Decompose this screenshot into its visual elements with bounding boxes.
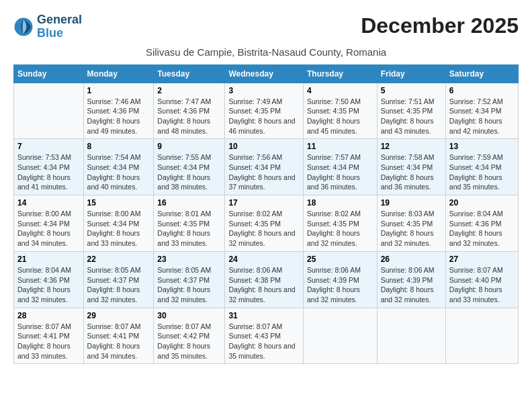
calendar-cell: 12 Sunrise: 7:58 AM Sunset: 4:34 PM Dayl… (377, 139, 445, 195)
day-info: Sunrise: 7:50 AM Sunset: 4:35 PM Dayligh… (307, 97, 373, 136)
day-number: 24 (228, 255, 300, 264)
daylight-hours: Daylight: 8 hours and 32 minutes. (87, 285, 140, 304)
calendar-week-row: 14 Sunrise: 8:00 AM Sunset: 4:34 PM Dayl… (14, 195, 519, 252)
day-info: Sunrise: 8:07 AM Sunset: 4:43 PM Dayligh… (228, 322, 300, 361)
sunset-time: Sunset: 4:34 PM (381, 163, 433, 171)
day-info: Sunrise: 7:56 AM Sunset: 4:34 PM Dayligh… (228, 152, 300, 192)
calendar-cell: 22 Sunrise: 8:05 AM Sunset: 4:37 PM Dayl… (83, 251, 154, 308)
col-sunday: Sunday (14, 64, 84, 83)
col-friday: Friday (377, 64, 445, 83)
sunrise-time: Sunrise: 7:52 AM (449, 97, 503, 105)
calendar-week-row: 21 Sunrise: 8:04 AM Sunset: 4:36 PM Dayl… (14, 251, 519, 308)
sunrise-time: Sunrise: 7:50 AM (307, 97, 361, 105)
calendar-cell: 3 Sunrise: 7:49 AM Sunset: 4:35 PM Dayli… (225, 83, 304, 139)
day-info: Sunrise: 8:02 AM Sunset: 4:35 PM Dayligh… (228, 209, 300, 248)
sunrise-time: Sunrise: 7:53 AM (17, 153, 71, 161)
calendar-cell: 21 Sunrise: 8:04 AM Sunset: 4:36 PM Dayl… (14, 251, 84, 308)
calendar-cell: 24 Sunrise: 8:06 AM Sunset: 4:38 PM Dayl… (225, 251, 304, 308)
calendar-cell: 10 Sunrise: 7:56 AM Sunset: 4:34 PM Dayl… (225, 139, 304, 195)
day-info: Sunrise: 7:49 AM Sunset: 4:35 PM Dayligh… (228, 97, 300, 136)
day-info: Sunrise: 8:01 AM Sunset: 4:35 PM Dayligh… (157, 209, 221, 248)
day-number: 8 (87, 142, 150, 151)
sunset-time: Sunset: 4:34 PM (449, 107, 502, 115)
logo: General Blue (13, 13, 82, 40)
day-info: Sunrise: 8:07 AM Sunset: 4:41 PM Dayligh… (17, 322, 80, 361)
day-number: 15 (87, 198, 150, 208)
calendar-cell: 6 Sunrise: 7:52 AM Sunset: 4:34 PM Dayli… (445, 83, 518, 139)
sunset-time: Sunset: 4:35 PM (381, 220, 433, 228)
sunrise-time: Sunrise: 8:06 AM (307, 266, 361, 274)
sunrise-time: Sunrise: 8:07 AM (17, 322, 71, 330)
sunset-time: Sunset: 4:35 PM (228, 107, 281, 115)
day-info: Sunrise: 8:04 AM Sunset: 4:36 PM Dayligh… (17, 265, 80, 305)
day-number: 2 (157, 86, 221, 95)
calendar-cell: 27 Sunrise: 8:07 AM Sunset: 4:40 PM Dayl… (445, 251, 518, 308)
daylight-hours: Daylight: 8 hours and 33 minutes. (157, 229, 210, 247)
day-info: Sunrise: 7:59 AM Sunset: 4:34 PM Dayligh… (449, 152, 515, 192)
day-number: 12 (381, 142, 442, 151)
sunset-time: Sunset: 4:35 PM (307, 107, 359, 115)
day-info: Sunrise: 7:46 AM Sunset: 4:36 PM Dayligh… (87, 97, 150, 136)
calendar-cell: 9 Sunrise: 7:55 AM Sunset: 4:34 PM Dayli… (154, 139, 225, 195)
sunrise-time: Sunrise: 7:49 AM (228, 97, 282, 105)
day-number: 22 (87, 255, 150, 264)
day-info: Sunrise: 8:06 AM Sunset: 4:39 PM Dayligh… (307, 265, 373, 305)
daylight-hours: Daylight: 8 hours and 49 minutes. (87, 117, 140, 135)
daylight-hours: Daylight: 8 hours and 41 minutes. (17, 173, 71, 191)
day-number: 26 (381, 255, 442, 264)
calendar-cell (377, 308, 445, 364)
calendar-cell (14, 83, 84, 139)
sunrise-time: Sunrise: 7:57 AM (307, 153, 361, 161)
daylight-hours: Daylight: 8 hours and 37 minutes. (228, 173, 295, 191)
day-number: 9 (157, 142, 221, 151)
sunrise-time: Sunrise: 7:56 AM (228, 153, 282, 161)
col-monday: Monday (83, 64, 154, 83)
daylight-hours: Daylight: 8 hours and 48 minutes. (157, 117, 210, 135)
sunset-time: Sunset: 4:36 PM (449, 220, 502, 228)
day-info: Sunrise: 7:55 AM Sunset: 4:34 PM Dayligh… (157, 152, 221, 192)
daylight-hours: Daylight: 8 hours and 38 minutes. (157, 173, 210, 191)
sunrise-time: Sunrise: 8:04 AM (449, 210, 503, 218)
day-info: Sunrise: 8:06 AM Sunset: 4:39 PM Dayligh… (381, 265, 442, 305)
col-tuesday: Tuesday (154, 64, 225, 83)
day-info: Sunrise: 8:07 AM Sunset: 4:42 PM Dayligh… (157, 322, 221, 361)
day-info: Sunrise: 8:07 AM Sunset: 4:41 PM Dayligh… (87, 322, 150, 361)
day-info: Sunrise: 8:04 AM Sunset: 4:36 PM Dayligh… (449, 209, 515, 248)
day-number: 1 (87, 86, 150, 95)
day-number: 19 (381, 198, 442, 208)
day-info: Sunrise: 8:02 AM Sunset: 4:35 PM Dayligh… (307, 209, 373, 248)
calendar-cell: 7 Sunrise: 7:53 AM Sunset: 4:34 PM Dayli… (14, 139, 84, 195)
col-saturday: Saturday (445, 64, 518, 83)
day-number: 20 (449, 198, 515, 208)
calendar-cell: 1 Sunrise: 7:46 AM Sunset: 4:36 PM Dayli… (83, 83, 154, 139)
calendar-cell (445, 308, 518, 364)
sunset-time: Sunset: 4:34 PM (449, 163, 502, 171)
day-info: Sunrise: 7:58 AM Sunset: 4:34 PM Dayligh… (381, 152, 442, 192)
daylight-hours: Daylight: 8 hours and 32 minutes. (157, 285, 210, 304)
sunrise-time: Sunrise: 7:59 AM (449, 153, 503, 161)
daylight-hours: Daylight: 8 hours and 32 minutes. (381, 229, 434, 247)
day-info: Sunrise: 8:06 AM Sunset: 4:38 PM Dayligh… (228, 265, 300, 305)
calendar-cell: 15 Sunrise: 8:00 AM Sunset: 4:34 PM Dayl… (83, 195, 154, 252)
col-thursday: Thursday (304, 64, 378, 83)
day-number: 11 (307, 142, 373, 151)
daylight-hours: Daylight: 8 hours and 33 minutes. (17, 342, 71, 360)
calendar-cell: 26 Sunrise: 8:06 AM Sunset: 4:39 PM Dayl… (377, 251, 445, 308)
sunrise-time: Sunrise: 8:00 AM (87, 210, 141, 218)
daylight-hours: Daylight: 8 hours and 45 minutes. (307, 117, 360, 135)
calendar-header-row: Sunday Monday Tuesday Wednesday Thursday… (14, 64, 519, 83)
day-info: Sunrise: 8:03 AM Sunset: 4:35 PM Dayligh… (381, 209, 442, 248)
sunrise-time: Sunrise: 8:07 AM (157, 322, 211, 330)
sunset-time: Sunset: 4:34 PM (228, 163, 281, 171)
day-number: 14 (17, 198, 80, 208)
calendar-week-row: 1 Sunrise: 7:46 AM Sunset: 4:36 PM Dayli… (14, 83, 519, 139)
calendar-cell: 17 Sunrise: 8:02 AM Sunset: 4:35 PM Dayl… (225, 195, 304, 252)
sunset-time: Sunset: 4:36 PM (87, 107, 140, 115)
sunset-time: Sunset: 4:34 PM (307, 163, 359, 171)
sunset-time: Sunset: 4:34 PM (87, 220, 140, 228)
daylight-hours: Daylight: 8 hours and 40 minutes. (87, 173, 140, 191)
sunset-time: Sunset: 4:42 PM (157, 332, 210, 340)
daylight-hours: Daylight: 8 hours and 32 minutes. (17, 285, 71, 304)
sunset-time: Sunset: 4:34 PM (157, 163, 210, 171)
sunrise-time: Sunrise: 7:51 AM (381, 97, 435, 105)
